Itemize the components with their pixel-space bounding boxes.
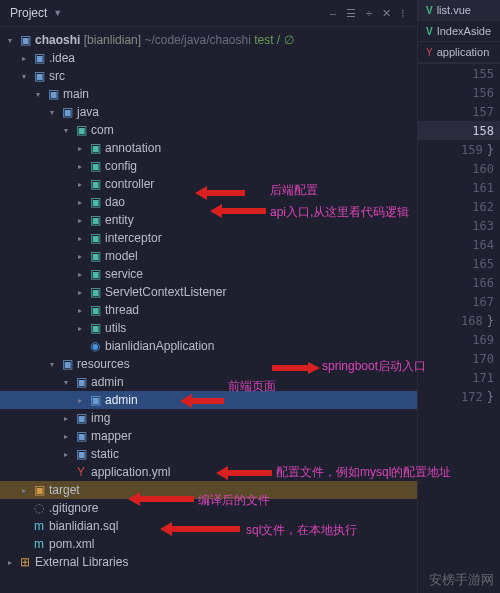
tree-label: mapper xyxy=(91,429,132,443)
chevron-down-icon[interactable]: ▼ xyxy=(53,8,62,18)
tree-item-ServletContextListener[interactable]: ▸▣ServletContextListener xyxy=(0,283,417,301)
tree-root[interactable]: ▾ ▣ chaoshi [bianlidian] ~/code/java/cha… xyxy=(0,31,417,49)
folder-icon: ▣ xyxy=(88,159,102,173)
gutter-line[interactable]: 165 xyxy=(418,254,500,273)
tree-item-bianlidianApplication[interactable]: ◉bianlidianApplication xyxy=(0,337,417,355)
folder-icon: ▣ xyxy=(88,303,102,317)
gutter-line[interactable]: 161 xyxy=(418,178,500,197)
gutter-line[interactable]: 170 xyxy=(418,349,500,368)
gutter-line[interactable]: 156 xyxy=(418,83,500,102)
gutter-line[interactable]: 155 xyxy=(418,64,500,83)
tree-item-static[interactable]: ▸▣static xyxy=(0,445,417,463)
expand-icon[interactable]: ▸ xyxy=(78,162,88,171)
gutter-line[interactable]: 166 xyxy=(418,273,500,292)
gutter-line[interactable]: 160 xyxy=(418,159,500,178)
expand-icon[interactable]: ▸ xyxy=(78,306,88,315)
gutter-line[interactable]: 172} xyxy=(418,387,500,406)
expand-icon[interactable]: ▸ xyxy=(78,324,88,333)
tree-item-entity[interactable]: ▸▣entity xyxy=(0,211,417,229)
more-icon[interactable]: ⁝ xyxy=(399,7,407,20)
expand-icon[interactable]: ▸ xyxy=(78,216,88,225)
tree-item-com[interactable]: ▾▣com xyxy=(0,121,417,139)
folder-icon: ▣ xyxy=(74,375,88,389)
expand-icon[interactable]: ▾ xyxy=(22,72,32,81)
expand-icon[interactable]: ▾ xyxy=(64,126,74,135)
tree-item-admin[interactable]: ▸▣admin xyxy=(0,391,417,409)
gutter-line[interactable]: 163 xyxy=(418,216,500,235)
file-icon: ◌ xyxy=(32,501,46,515)
tree-item-config[interactable]: ▸▣config xyxy=(0,157,417,175)
tree-item-pom.xml[interactable]: mpom.xml xyxy=(0,535,417,553)
hide-icon[interactable]: ✕ xyxy=(380,7,393,20)
gutter: 155156157158159}160161162163164165166167… xyxy=(418,64,500,593)
tree-item-dao[interactable]: ▸▣dao xyxy=(0,193,417,211)
folder-icon: ▣ xyxy=(74,429,88,443)
expand-icon[interactable]: ▸ xyxy=(64,432,74,441)
external-libraries[interactable]: ▸ ⊞ External Libraries xyxy=(0,553,417,571)
gutter-line[interactable]: 164 xyxy=(418,235,500,254)
tree-item-.gitignore[interactable]: ◌.gitignore xyxy=(0,499,417,517)
folder-icon: ▣ xyxy=(60,357,74,371)
library-icon: ⊞ xyxy=(18,555,32,569)
tree-label: .gitignore xyxy=(49,501,98,515)
expand-icon[interactable]: ▸ xyxy=(78,234,88,243)
expand-icon[interactable]: ▸ xyxy=(78,252,88,261)
gutter-line[interactable]: 159} xyxy=(418,140,500,159)
tree-item-application.yml[interactable]: Yapplication.yml xyxy=(0,463,417,481)
expand-icon[interactable]: ▸ xyxy=(78,144,88,153)
tab-list.vue[interactable]: Vlist.vue xyxy=(418,0,500,21)
folder-icon: ▣ xyxy=(88,231,102,245)
gutter-line[interactable]: 167 xyxy=(418,292,500,311)
tree-label: target xyxy=(49,483,80,497)
tree-item-utils[interactable]: ▸▣utils xyxy=(0,319,417,337)
settings-icon[interactable]: ÷ xyxy=(364,7,374,19)
collapse-icon[interactable]: – xyxy=(328,7,338,19)
tree-label: annotation xyxy=(105,141,161,155)
expand-icon[interactable]: ▾ xyxy=(50,108,60,117)
tree-item-.idea[interactable]: ▸▣.idea xyxy=(0,49,417,67)
tab-application[interactable]: Yapplication xyxy=(418,42,500,63)
tree-item-admin[interactable]: ▾▣admin xyxy=(0,373,417,391)
expand-icon[interactable]: ▸ xyxy=(78,270,88,279)
tree-item-interceptor[interactable]: ▸▣interceptor xyxy=(0,229,417,247)
expand-icon[interactable]: ▸ xyxy=(22,54,32,63)
tree-item-mapper[interactable]: ▸▣mapper xyxy=(0,427,417,445)
tree-item-bianlidian.sql[interactable]: mbianlidian.sql xyxy=(0,517,417,535)
expand-icon[interactable]: ▸ xyxy=(64,450,74,459)
expand-icon[interactable]: ▸ xyxy=(64,414,74,423)
select-opened-icon[interactable]: ☰ xyxy=(344,7,358,20)
expand-icon[interactable]: ▸ xyxy=(78,180,88,189)
gutter-line[interactable]: 171 xyxy=(418,368,500,387)
tree-item-resources[interactable]: ▾▣resources xyxy=(0,355,417,373)
tab-IndexAside[interactable]: VIndexAside xyxy=(418,21,500,42)
expand-icon[interactable]: ▸ xyxy=(22,486,32,495)
expand-icon[interactable]: ▾ xyxy=(8,36,18,45)
folder-icon: ▣ xyxy=(74,447,88,461)
folder-icon: ▣ xyxy=(46,87,60,101)
watermark: 安榜手游网 xyxy=(429,571,494,589)
panel-title[interactable]: Project xyxy=(10,6,47,20)
tree-item-controller[interactable]: ▸▣controller xyxy=(0,175,417,193)
gutter-line[interactable]: 158 xyxy=(418,121,500,140)
tree-item-model[interactable]: ▸▣model xyxy=(0,247,417,265)
gutter-line[interactable]: 162 xyxy=(418,197,500,216)
tree-item-src[interactable]: ▾▣src xyxy=(0,67,417,85)
expand-icon[interactable]: ▾ xyxy=(36,90,46,99)
tree-item-img[interactable]: ▸▣img xyxy=(0,409,417,427)
expand-icon[interactable]: ▾ xyxy=(50,360,60,369)
folder-icon: ▣ xyxy=(74,123,88,137)
tree-item-target[interactable]: ▸▣target xyxy=(0,481,417,499)
expand-icon[interactable]: ▾ xyxy=(64,378,74,387)
expand-icon[interactable]: ▸ xyxy=(78,288,88,297)
tree-item-annotation[interactable]: ▸▣annotation xyxy=(0,139,417,157)
tree-item-main[interactable]: ▾▣main xyxy=(0,85,417,103)
tree-item-thread[interactable]: ▸▣thread xyxy=(0,301,417,319)
expand-icon[interactable]: ▸ xyxy=(78,198,88,207)
tree-item-service[interactable]: ▸▣service xyxy=(0,265,417,283)
gutter-line[interactable]: 169 xyxy=(418,330,500,349)
gutter-line[interactable]: 157 xyxy=(418,102,500,121)
tree-label: application.yml xyxy=(91,465,170,479)
gutter-line[interactable]: 168} xyxy=(418,311,500,330)
tree-item-java[interactable]: ▾▣java xyxy=(0,103,417,121)
expand-icon[interactable]: ▸ xyxy=(78,396,88,405)
